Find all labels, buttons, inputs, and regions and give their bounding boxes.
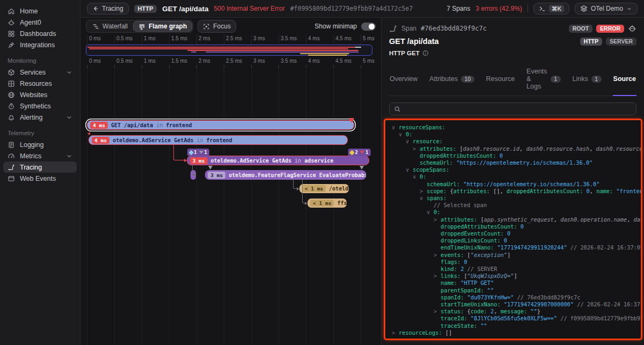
tab-resource[interactable]: Resource	[486, 63, 516, 96]
span-badges: ROOT ERROR	[569, 24, 636, 33]
token-k: attributes:	[420, 145, 456, 152]
span-bar[interactable]: 4 msoteldemo.AdService GetAds in fronten…	[89, 135, 347, 145]
span-bar[interactable]: 3 msoteldemo.FeatureFlagService Evaluate…	[205, 170, 366, 180]
sidebar-item-alerting[interactable]: Alerting	[3, 112, 77, 123]
view-switcher: Waterfall Flame graph	[86, 20, 193, 33]
minimap-span-line	[355, 47, 361, 48]
span-bar[interactable]: 4 msGET /api/data in frontend	[87, 120, 354, 130]
minimap-axis: 0 ms0.5 ms1 ms1.5 ms2 ms2.5 ms3 ms3.5 ms…	[80, 34, 381, 45]
info-icon[interactable]	[422, 50, 429, 56]
tab-events-logs[interactable]: Events & Logs1	[526, 63, 561, 96]
connector-arrow	[87, 133, 91, 135]
source-line: name: "HTTP GET"	[392, 280, 641, 287]
fold-closed-chevron[interactable]: >	[434, 252, 441, 259]
minimap[interactable]	[86, 45, 372, 56]
fold-closed-chevron[interactable]: >	[392, 329, 399, 336]
span-duration-badge: < 1 ms	[310, 200, 334, 207]
sidebar-item-agent0[interactable]: Agent0	[3, 17, 77, 28]
span-bar[interactable]: 3 msoteldemo.AdService GetAds in adservi…	[187, 156, 370, 165]
token-p: {	[464, 308, 470, 314]
token-k: droppedAttributesCount:	[441, 223, 517, 230]
axis-tick-label: 3.5 ms	[281, 58, 297, 64]
fold-open-chevron[interactable]: ∨	[406, 166, 413, 173]
gridline	[279, 68, 279, 345]
token-c: // 76ed3bdd829f9c7c	[514, 294, 580, 300]
token-k: name:	[596, 188, 613, 194]
axis-tick-label: 4 ms	[308, 58, 320, 64]
token-p: ,	[519, 145, 526, 152]
view-flame-graph-label: Flame graph	[149, 23, 187, 30]
fold-open-chevron[interactable]: ∨	[427, 209, 434, 216]
source-line: ∨0:	[392, 173, 641, 180]
search-input[interactable]	[405, 105, 632, 113]
fold-closed-chevron[interactable]: >	[434, 216, 441, 223]
sidebar-item-label: Resources	[20, 80, 52, 87]
sidebar-item-logging[interactable]: Logging	[3, 139, 77, 150]
sidebar-item-label: Web Events	[20, 175, 56, 182]
fold-open-chevron[interactable]: ∨	[413, 173, 420, 180]
token-k: droppedEventsCount:	[441, 230, 504, 237]
show-minimap-toggle[interactable]	[361, 23, 376, 31]
token-k: traceState:	[441, 322, 477, 329]
tab-attributes[interactable]: Attributes10	[429, 63, 475, 96]
span-marker-pill[interactable]: 21	[348, 149, 370, 156]
chevron-down-icon	[626, 6, 632, 12]
sidebar-item-label: Synthetics	[20, 102, 51, 110]
fold-open-chevron[interactable]: ∨	[406, 138, 413, 145]
fold-closed-chevron[interactable]: >	[434, 273, 441, 280]
token-k: spanId:	[441, 294, 464, 300]
view-flame-graph-button[interactable]: Flame graph	[133, 21, 192, 32]
server-badge: SERVER	[606, 38, 636, 46]
back-button[interactable]: Tracing	[87, 3, 129, 14]
span-bar[interactable]: < 1 ms/oteldemo.	[299, 184, 349, 193]
sidebar-item-integrations[interactable]: Integrations	[3, 39, 77, 50]
span-marker-pill[interactable]: 11	[187, 149, 209, 156]
fold-closed-chevron[interactable]: >	[434, 308, 441, 315]
token-k: kind:	[441, 266, 457, 272]
sidebar-item-web-events[interactable]: Web Events	[3, 173, 77, 184]
view-waterfall-button[interactable]: Waterfall	[87, 21, 133, 32]
tab-label: Attributes	[429, 75, 458, 83]
dashboards-icon	[8, 30, 15, 38]
source-viewer[interactable]: ∨resourceSpans:∨0:∨resource:>attributes:…	[384, 119, 642, 340]
token-k: droppedAttributesCount:	[507, 188, 583, 194]
sidebar-item-label: Home	[20, 8, 38, 15]
agent-robot-icon[interactable]	[628, 24, 636, 33]
fold-closed-chevron[interactable]: >	[413, 145, 420, 152]
fold-closed-chevron[interactable]: >	[420, 188, 427, 195]
method-badge: HTTP	[134, 5, 157, 13]
span-connector	[89, 130, 90, 135]
sidebar-item-websites[interactable]: Websites	[3, 89, 77, 100]
sidebar-section-label: Monitoring	[0, 50, 80, 67]
span-route-icon	[389, 25, 397, 33]
span-details-panel: Span #76ed3bdd829f9c7c ROOT ERROR GET /a…	[381, 18, 644, 345]
axis-tick-label: 0.5 ms	[116, 58, 133, 64]
focus-button[interactable]: Focus	[197, 20, 236, 33]
fold-open-chevron[interactable]: ∨	[392, 124, 399, 131]
sidebar-item-synthetics[interactable]: Synthetics	[3, 100, 77, 112]
gridline	[361, 68, 361, 345]
token-s: "1771947429911920244"	[494, 244, 567, 251]
fold-open-chevron[interactable]: ∨	[420, 195, 427, 202]
tab-overview[interactable]: Overview	[389, 63, 418, 96]
sidebar-item-home[interactable]: Home	[3, 5, 77, 17]
back-arrow-icon	[92, 5, 99, 12]
tab-source[interactable]: Source	[613, 63, 636, 96]
span-bar[interactable]: < 1 msffs SE	[308, 199, 347, 208]
sidebar-item-tracing[interactable]: Tracing	[3, 162, 77, 173]
tab-links[interactable]: Links1	[572, 63, 602, 96]
command-palette-button[interactable]: ⌘K	[533, 3, 569, 14]
sidebar-item-dashboards[interactable]: Dashboards	[3, 28, 77, 39]
fold-open-chevron[interactable]: ∨	[399, 131, 406, 138]
token-c: // f0995809bd12779e9fbb97a4d172c5e7	[557, 315, 642, 321]
link-triangle-icon: 1	[360, 150, 368, 155]
span-kind-badges: HTTP SERVER	[580, 38, 636, 46]
tab-count-badge: 10	[461, 76, 474, 83]
axis-tick-label: 4.5 ms	[335, 58, 352, 64]
sidebar-item-metrics[interactable]: Metrics	[3, 150, 77, 162]
sidebar-item-resources[interactable]: Resources	[3, 78, 77, 89]
span-id: #76ed3bdd829f9c7c	[421, 25, 487, 32]
env-selector-label: OTel Demo	[591, 5, 623, 12]
sidebar-item-services[interactable]: Services	[3, 67, 77, 78]
env-selector[interactable]: OTel Demo	[575, 3, 638, 14]
